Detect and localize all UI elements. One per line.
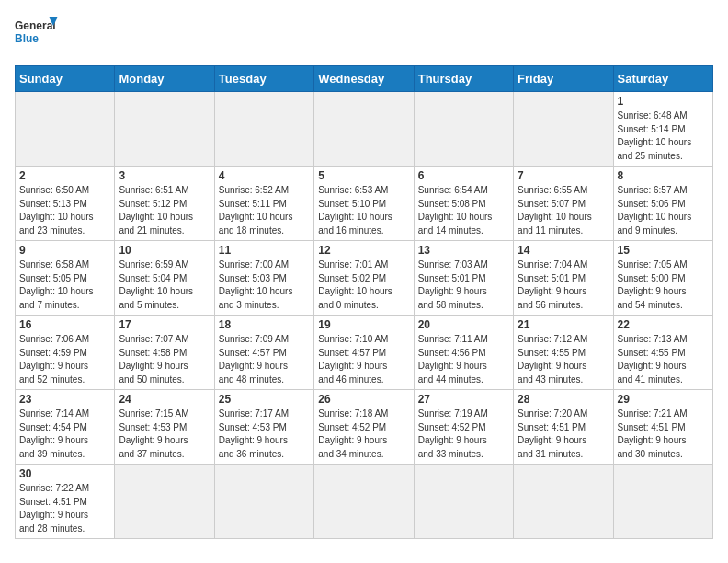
logo: General Blue [15,15,61,56]
day-info: Sunrise: 7:11 AM Sunset: 4:56 PM Dayligh… [418,333,509,386]
calendar-cell: 6Sunrise: 6:54 AM Sunset: 5:08 PM Daylig… [414,167,513,241]
weekday-header-monday: Monday [115,66,214,92]
calendar-cell: 9Sunrise: 6:58 AM Sunset: 5:05 PM Daylig… [16,241,115,316]
day-info: Sunrise: 7:07 AM Sunset: 4:58 PM Dayligh… [119,333,210,386]
day-number: 25 [219,393,310,406]
calendar-cell [16,92,115,167]
day-number: 30 [19,467,110,480]
day-number: 1 [618,95,709,108]
calendar-week-row-4: 23Sunrise: 7:14 AM Sunset: 4:54 PM Dayli… [16,390,713,465]
day-number: 15 [618,244,709,257]
day-number: 12 [318,244,409,257]
calendar-cell [414,92,513,167]
day-info: Sunrise: 6:59 AM Sunset: 5:04 PM Dayligh… [119,259,210,312]
day-info: Sunrise: 7:18 AM Sunset: 4:52 PM Dayligh… [318,408,409,461]
calendar-cell: 27Sunrise: 7:19 AM Sunset: 4:52 PM Dayli… [414,390,513,465]
day-number: 9 [19,244,110,257]
calendar-cell: 17Sunrise: 7:07 AM Sunset: 4:58 PM Dayli… [115,316,214,390]
day-info: Sunrise: 7:00 AM Sunset: 5:03 PM Dayligh… [219,259,310,312]
weekday-header-tuesday: Tuesday [214,66,313,92]
calendar-cell [613,465,712,539]
calendar-cell: 28Sunrise: 7:20 AM Sunset: 4:51 PM Dayli… [514,390,613,465]
calendar-cell: 14Sunrise: 7:04 AM Sunset: 5:01 PM Dayli… [514,241,613,316]
svg-text:General: General [15,19,56,32]
svg-text:Blue: Blue [15,32,39,45]
day-info: Sunrise: 6:53 AM Sunset: 5:10 PM Dayligh… [318,184,409,237]
day-number: 16 [19,318,110,331]
calendar-cell: 3Sunrise: 6:51 AM Sunset: 5:12 PM Daylig… [115,167,214,241]
day-number: 23 [19,393,110,406]
day-number: 22 [618,318,709,331]
day-info: Sunrise: 7:17 AM Sunset: 4:53 PM Dayligh… [219,408,310,461]
calendar-cell [314,92,414,167]
weekday-header-sunday: Sunday [16,66,115,92]
calendar-week-row-2: 9Sunrise: 6:58 AM Sunset: 5:05 PM Daylig… [16,241,713,316]
day-info: Sunrise: 7:06 AM Sunset: 4:59 PM Dayligh… [19,333,110,386]
day-info: Sunrise: 6:50 AM Sunset: 5:13 PM Dayligh… [19,184,110,237]
day-number: 19 [318,318,409,331]
calendar-cell: 22Sunrise: 7:13 AM Sunset: 4:55 PM Dayli… [613,316,712,390]
calendar-week-row-5: 30Sunrise: 7:22 AM Sunset: 4:51 PM Dayli… [16,465,713,539]
day-number: 2 [19,169,110,182]
calendar-cell: 18Sunrise: 7:09 AM Sunset: 4:57 PM Dayli… [214,316,313,390]
day-info: Sunrise: 7:22 AM Sunset: 4:51 PM Dayligh… [19,482,110,535]
day-number: 13 [418,244,509,257]
calendar-cell: 2Sunrise: 6:50 AM Sunset: 5:13 PM Daylig… [16,167,115,241]
day-number: 17 [119,318,210,331]
calendar-cell: 7Sunrise: 6:55 AM Sunset: 5:07 PM Daylig… [514,167,613,241]
day-info: Sunrise: 7:13 AM Sunset: 4:55 PM Dayligh… [618,333,709,386]
day-number: 10 [119,244,210,257]
day-number: 27 [418,393,509,406]
day-info: Sunrise: 7:10 AM Sunset: 4:57 PM Dayligh… [318,333,409,386]
logo-svg: General Blue [15,15,61,56]
calendar-cell [214,465,313,539]
calendar-cell: 20Sunrise: 7:11 AM Sunset: 4:56 PM Dayli… [414,316,513,390]
day-info: Sunrise: 7:20 AM Sunset: 4:51 PM Dayligh… [518,408,609,461]
calendar-header-row: SundayMondayTuesdayWednesdayThursdayFrid… [16,66,713,92]
calendar-week-row-3: 16Sunrise: 7:06 AM Sunset: 4:59 PM Dayli… [16,316,713,390]
calendar-cell: 23Sunrise: 7:14 AM Sunset: 4:54 PM Dayli… [16,390,115,465]
calendar-cell [214,92,313,167]
calendar-cell: 30Sunrise: 7:22 AM Sunset: 4:51 PM Dayli… [16,465,115,539]
calendar-week-row-0: 1Sunrise: 6:48 AM Sunset: 5:14 PM Daylig… [16,92,713,167]
calendar-cell: 1Sunrise: 6:48 AM Sunset: 5:14 PM Daylig… [613,92,712,167]
calendar-cell: 4Sunrise: 6:52 AM Sunset: 5:11 PM Daylig… [214,167,313,241]
weekday-header-saturday: Saturday [613,66,712,92]
day-info: Sunrise: 7:01 AM Sunset: 5:02 PM Dayligh… [318,259,409,312]
calendar-cell: 15Sunrise: 7:05 AM Sunset: 5:00 PM Dayli… [613,241,712,316]
calendar-cell [514,465,613,539]
calendar-cell [314,465,414,539]
calendar-cell: 8Sunrise: 6:57 AM Sunset: 5:06 PM Daylig… [613,167,712,241]
calendar-cell: 25Sunrise: 7:17 AM Sunset: 4:53 PM Dayli… [214,390,313,465]
day-number: 20 [418,318,509,331]
day-number: 14 [518,244,609,257]
day-info: Sunrise: 7:03 AM Sunset: 5:01 PM Dayligh… [418,259,509,312]
day-info: Sunrise: 6:52 AM Sunset: 5:11 PM Dayligh… [219,184,310,237]
page-header: General Blue [15,15,713,56]
day-number: 26 [318,393,409,406]
day-number: 7 [518,169,609,182]
day-number: 18 [219,318,310,331]
day-number: 29 [618,393,709,406]
day-number: 28 [518,393,609,406]
day-number: 3 [119,169,210,182]
calendar-week-row-1: 2Sunrise: 6:50 AM Sunset: 5:13 PM Daylig… [16,167,713,241]
day-number: 6 [418,169,509,182]
day-info: Sunrise: 7:09 AM Sunset: 4:57 PM Dayligh… [219,333,310,386]
calendar-table: SundayMondayTuesdayWednesdayThursdayFrid… [15,65,713,539]
day-number: 8 [618,169,709,182]
day-info: Sunrise: 7:19 AM Sunset: 4:52 PM Dayligh… [418,408,509,461]
day-number: 11 [219,244,310,257]
day-info: Sunrise: 7:12 AM Sunset: 4:55 PM Dayligh… [518,333,609,386]
calendar-cell [115,465,214,539]
day-number: 5 [318,169,409,182]
calendar-cell: 13Sunrise: 7:03 AM Sunset: 5:01 PM Dayli… [414,241,513,316]
calendar-cell: 21Sunrise: 7:12 AM Sunset: 4:55 PM Dayli… [514,316,613,390]
calendar-cell: 26Sunrise: 7:18 AM Sunset: 4:52 PM Dayli… [314,390,414,465]
weekday-header-thursday: Thursday [414,66,513,92]
calendar-cell: 29Sunrise: 7:21 AM Sunset: 4:51 PM Dayli… [613,390,712,465]
calendar-cell: 10Sunrise: 6:59 AM Sunset: 5:04 PM Dayli… [115,241,214,316]
calendar-cell: 24Sunrise: 7:15 AM Sunset: 4:53 PM Dayli… [115,390,214,465]
day-info: Sunrise: 7:15 AM Sunset: 4:53 PM Dayligh… [119,408,210,461]
day-info: Sunrise: 6:48 AM Sunset: 5:14 PM Dayligh… [618,109,709,163]
